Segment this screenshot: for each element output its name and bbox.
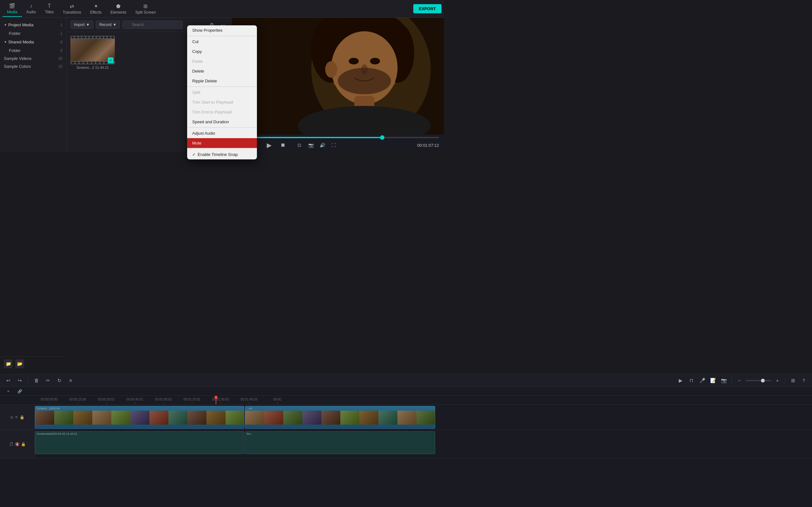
progress-thumb[interactable] (380, 135, 385, 140)
transitions-icon: ⇄ (70, 3, 74, 9)
ctx-cut[interactable]: Cut (187, 37, 257, 47)
effects-icon: ✦ (94, 3, 98, 9)
preview-right-icons: ⊡ 📷 🔊 ⛶ (295, 141, 338, 150)
ctx-split: Split (187, 88, 257, 97)
ctx-sep-2 (187, 87, 257, 87)
ctx-sep-3 (187, 127, 257, 128)
preview-video (232, 18, 444, 134)
check-mark-icon: ✓ (192, 152, 196, 157)
preview-frame (232, 18, 444, 134)
splitscreen-icon: ⊞ (143, 3, 148, 9)
search-input[interactable] (122, 20, 183, 29)
tab-audio[interactable]: ♪ Audio (22, 1, 41, 16)
ctx-sep-1 (187, 36, 257, 36)
ctx-enable-snap[interactable]: ✓ Enable Timeline Snap (187, 150, 257, 159)
import-chevron-icon: ▼ (86, 22, 90, 27)
titles-icon: T (48, 3, 51, 9)
caret-icon2: ▼ (4, 40, 7, 44)
fullscreen-button[interactable]: ⛶ (329, 141, 338, 150)
audio-icon: ♪ (30, 3, 32, 9)
record-chevron-icon: ▼ (113, 22, 117, 27)
top-nav: 🎬 Media ♪ Audio T Titles ⇄ Transitions ✦… (0, 0, 444, 18)
caret-icon: ▼ (4, 23, 7, 26)
playback-controls: ⏮ ⏴ ▶ ⏹ ⊡ 📷 🔊 ⛶ 00:01:07:12 (237, 141, 439, 150)
ctx-show-properties[interactable]: Show Properties (187, 25, 257, 35)
ctx-delete[interactable]: Delete (187, 66, 257, 76)
sidebar-item-folder2[interactable]: Folder 0 (0, 47, 66, 55)
record-label: Record (99, 22, 112, 27)
import-button[interactable]: Import ▼ (70, 20, 93, 29)
svg-point-8 (370, 58, 380, 64)
ctx-speed-duration[interactable]: Speed and Duration (187, 117, 257, 127)
media-icon: 🎬 (9, 3, 15, 9)
thumbnail: ✓ (70, 36, 115, 64)
snapshot-button[interactable]: 📷 (306, 141, 315, 150)
export-button[interactable]: EXPORT (413, 4, 442, 13)
tab-transitions[interactable]: ⇄ Transitions (58, 1, 86, 16)
sidebar-item-sample-colors[interactable]: Sample Colors 15 (0, 62, 66, 70)
play-button[interactable]: ▶ (264, 141, 273, 150)
progress-fill (237, 137, 382, 138)
svg-point-10 (338, 68, 391, 95)
ctx-copy[interactable]: Copy (187, 47, 257, 56)
ctx-sep-4 (187, 149, 257, 149)
ctx-trim-start: Trim Start to Playhead (187, 97, 257, 107)
stop-button[interactable]: ⏹ (278, 141, 287, 150)
tab-elements[interactable]: ⬟ Elements (106, 1, 131, 16)
sidebar-item-sample-videos[interactable]: Sample Videos 20 (0, 55, 66, 62)
import-label: Import (74, 22, 85, 27)
record-button[interactable]: Record ▼ (96, 20, 120, 29)
elements-icon: ⬟ (116, 3, 120, 9)
ctx-adjust-audio[interactable]: Adjust Audio (187, 128, 257, 138)
timecode: 00:01:07:12 (417, 143, 439, 148)
preview-controls: ⏮ ⏴ ▶ ⏹ ⊡ 📷 🔊 ⛶ 00:01:07:12 (232, 134, 444, 152)
sidebar-item-folder[interactable]: Folder 1 (0, 30, 66, 38)
svg-point-11 (325, 61, 337, 78)
ctx-paste: Paste (187, 56, 257, 66)
ctx-ripple-delete[interactable]: Ripple Delete (187, 76, 257, 86)
tab-splitscreen[interactable]: ⊞ Split Screen (131, 1, 160, 16)
svg-point-7 (349, 58, 359, 64)
item-check: ✓ (108, 57, 113, 63)
tab-media[interactable]: 🎬 Media (3, 1, 22, 17)
ctx-trim-end: Trim End to Playhead (187, 107, 257, 117)
audio-button[interactable]: 🔊 (318, 141, 327, 150)
media-item-label: Screenc...2 11.44.21 (70, 66, 115, 69)
ctx-mute[interactable]: Mute (187, 138, 257, 148)
progress-bar[interactable] (237, 137, 439, 138)
media-item[interactable]: ✓ Screenc...2 11.44.21 (70, 36, 115, 69)
sidebar: ▼ Project Media 1 Folder 1 ▼ Shared Medi… (0, 18, 67, 152)
pip-button[interactable]: ⊡ (295, 141, 304, 150)
context-menu: Show Properties Cut Copy Paste Delete Ri… (187, 25, 257, 159)
preview-panel: ⏮ ⏴ ▶ ⏹ ⊡ 📷 🔊 ⛶ 00:01:07:12 (232, 18, 444, 152)
tab-titles[interactable]: T Titles (40, 1, 58, 16)
tab-effects[interactable]: ✦ Effects (86, 1, 106, 16)
sidebar-item-project-media[interactable]: ▼ Project Media 1 (0, 20, 66, 30)
sidebar-item-shared-media[interactable]: ▼ Shared Media 0 (0, 38, 66, 47)
